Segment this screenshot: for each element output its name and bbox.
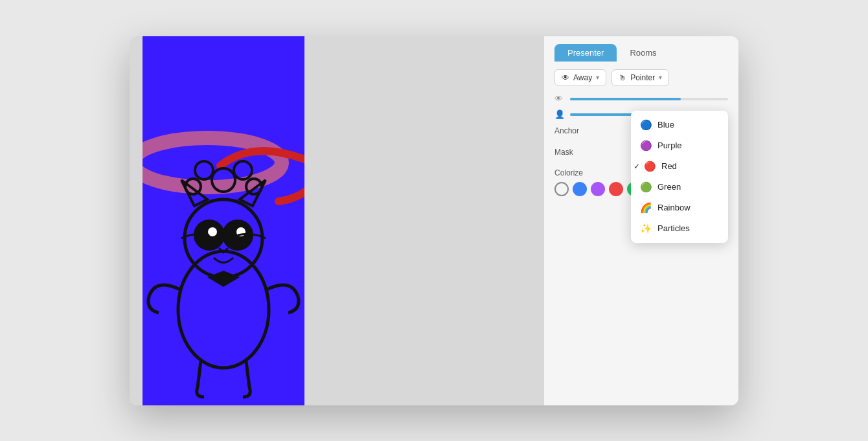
menu-item-rainbow-label: Rainbow: [657, 203, 691, 212]
tab-presenter[interactable]: Presenter: [554, 44, 617, 62]
visibility-slider[interactable]: [570, 98, 728, 100]
status-dropdown[interactable]: 👁 Away ▾: [554, 69, 606, 86]
pointer-chevron-icon: ▾: [659, 74, 662, 81]
svg-point-11: [234, 161, 252, 179]
person-icon: 👤: [554, 109, 565, 120]
menu-item-red[interactable]: ✓ 🔴 Red: [631, 156, 728, 177]
canvas-content: [143, 36, 304, 405]
menu-item-blue[interactable]: 🔵 Blue: [631, 115, 728, 135]
cat-illustration: [143, 110, 304, 405]
tab-rooms[interactable]: Rooms: [617, 44, 669, 62]
menu-item-rainbow[interactable]: 🌈 Rainbow: [631, 198, 728, 218]
anchor-label: Anchor: [554, 126, 579, 135]
menu-item-red-label: Red: [661, 161, 677, 171]
menu-item-purple[interactable]: 🟣 Purple: [631, 135, 728, 156]
menu-item-blue-label: Blue: [657, 120, 674, 130]
color-empty[interactable]: [554, 182, 569, 196]
blue-pointer-icon: 🔵: [640, 119, 652, 131]
pointer-label: Pointer: [630, 73, 655, 82]
svg-point-12: [185, 179, 201, 194]
menu-item-green-label: Green: [657, 182, 681, 192]
menu-item-green[interactable]: 🟢 Green: [631, 177, 728, 198]
menu-item-particles-label: Particles: [657, 223, 690, 233]
svg-point-7: [208, 227, 217, 236]
status-icon: 👁: [562, 73, 569, 82]
pointer-icon: 🖱: [619, 73, 626, 82]
menu-item-purple-label: Purple: [657, 141, 682, 150]
rainbow-pointer-icon: 🌈: [640, 202, 652, 214]
color-red[interactable]: [609, 182, 623, 196]
particles-pointer-icon: ✨: [640, 223, 652, 234]
canvas-area: [130, 36, 544, 405]
svg-point-1: [178, 251, 269, 368]
svg-point-10: [195, 161, 213, 179]
svg-point-13: [246, 179, 262, 194]
visibility-slider-row: 👁: [554, 94, 728, 104]
menu-item-particles[interactable]: ✨ Particles: [631, 218, 728, 239]
color-blue[interactable]: [573, 182, 587, 196]
check-icon: ✓: [634, 162, 640, 171]
red-pointer-icon: 🔴: [644, 161, 656, 172]
status-label: Away: [573, 73, 592, 82]
green-pointer-icon: 🟢: [640, 181, 652, 193]
app-window: Presenter Rooms 👁 Away ▾ 🖱 Pointer ▾ 👁: [130, 36, 738, 405]
svg-point-9: [212, 168, 235, 192]
tab-bar: Presenter Rooms: [544, 36, 738, 62]
color-purple[interactable]: [591, 182, 605, 196]
pointer-dropdown[interactable]: 🖱 Pointer ▾: [611, 69, 669, 86]
pointer-dropdown-menu: 🔵 Blue 🟣 Purple ✓ 🔴 Red 🟢 Green 🌈 Rainbo…: [631, 111, 728, 243]
status-chevron-icon: ▾: [596, 74, 599, 81]
colorize-label: Colorize: [554, 168, 583, 177]
mask-label: Mask: [554, 148, 573, 157]
right-panel: Presenter Rooms 👁 Away ▾ 🖱 Pointer ▾ 👁: [544, 36, 738, 405]
controls-row: 👁 Away ▾ 🖱 Pointer ▾: [544, 62, 738, 94]
purple-pointer-icon: 🟣: [640, 140, 652, 152]
eye-icon: 👁: [554, 94, 565, 104]
